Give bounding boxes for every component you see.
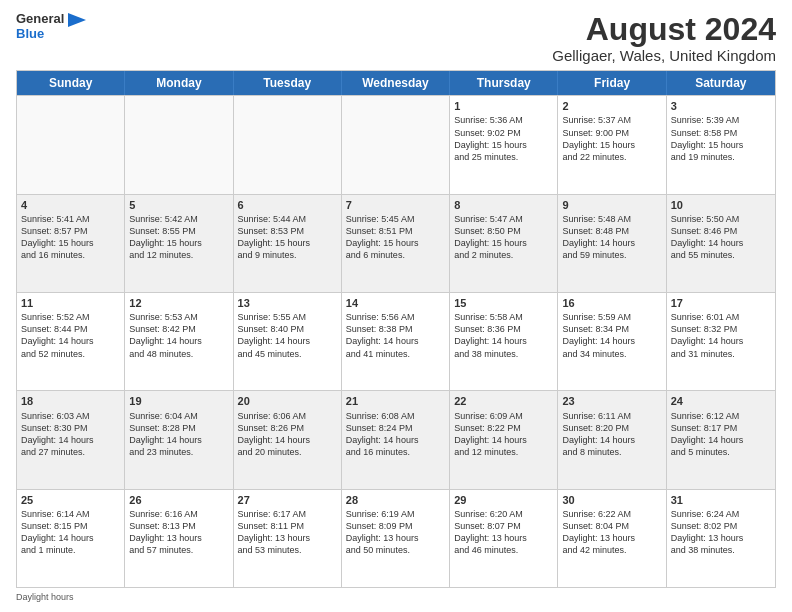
calendar-body: 1Sunrise: 5:36 AM Sunset: 9:02 PM Daylig… (17, 95, 775, 587)
cal-cell-day-21: 21Sunrise: 6:08 AM Sunset: 8:24 PM Dayli… (342, 391, 450, 488)
cell-text-6: Sunrise: 5:44 AM Sunset: 8:53 PM Dayligh… (238, 213, 337, 262)
cell-text-30: Sunrise: 6:22 AM Sunset: 8:04 PM Dayligh… (562, 508, 661, 557)
day-number-14: 14 (346, 296, 445, 310)
cal-header-tuesday: Tuesday (234, 71, 342, 95)
cal-cell-day-28: 28Sunrise: 6:19 AM Sunset: 8:09 PM Dayli… (342, 490, 450, 587)
main-title: August 2024 (552, 12, 776, 47)
cell-text-19: Sunrise: 6:04 AM Sunset: 8:28 PM Dayligh… (129, 410, 228, 459)
day-number-17: 17 (671, 296, 771, 310)
day-number-10: 10 (671, 198, 771, 212)
cal-cell-day-15: 15Sunrise: 5:58 AM Sunset: 8:36 PM Dayli… (450, 293, 558, 390)
cell-text-31: Sunrise: 6:24 AM Sunset: 8:02 PM Dayligh… (671, 508, 771, 557)
cell-text-7: Sunrise: 5:45 AM Sunset: 8:51 PM Dayligh… (346, 213, 445, 262)
day-number-27: 27 (238, 493, 337, 507)
day-number-20: 20 (238, 394, 337, 408)
logo-general: General (16, 12, 86, 27)
cal-header-monday: Monday (125, 71, 233, 95)
cell-text-12: Sunrise: 5:53 AM Sunset: 8:42 PM Dayligh… (129, 311, 228, 360)
subtitle: Gelligaer, Wales, United Kingdom (552, 47, 776, 64)
cal-cell-day-23: 23Sunrise: 6:11 AM Sunset: 8:20 PM Dayli… (558, 391, 666, 488)
day-number-22: 22 (454, 394, 553, 408)
day-number-16: 16 (562, 296, 661, 310)
cell-text-15: Sunrise: 5:58 AM Sunset: 8:36 PM Dayligh… (454, 311, 553, 360)
cal-header-sunday: Sunday (17, 71, 125, 95)
cal-cell-day-6: 6Sunrise: 5:44 AM Sunset: 8:53 PM Daylig… (234, 195, 342, 292)
cell-text-22: Sunrise: 6:09 AM Sunset: 8:22 PM Dayligh… (454, 410, 553, 459)
footer: Daylight hours (16, 592, 776, 602)
cal-cell-day-1: 1Sunrise: 5:36 AM Sunset: 9:02 PM Daylig… (450, 96, 558, 193)
day-number-18: 18 (21, 394, 120, 408)
day-number-2: 2 (562, 99, 661, 113)
day-number-15: 15 (454, 296, 553, 310)
cal-cell-day-12: 12Sunrise: 5:53 AM Sunset: 8:42 PM Dayli… (125, 293, 233, 390)
cal-week-2: 4Sunrise: 5:41 AM Sunset: 8:57 PM Daylig… (17, 194, 775, 292)
cal-cell-day-20: 20Sunrise: 6:06 AM Sunset: 8:26 PM Dayli… (234, 391, 342, 488)
cell-text-29: Sunrise: 6:20 AM Sunset: 8:07 PM Dayligh… (454, 508, 553, 557)
cell-text-25: Sunrise: 6:14 AM Sunset: 8:15 PM Dayligh… (21, 508, 120, 557)
cal-cell-day-14: 14Sunrise: 5:56 AM Sunset: 8:38 PM Dayli… (342, 293, 450, 390)
cal-cell-day-3: 3Sunrise: 5:39 AM Sunset: 8:58 PM Daylig… (667, 96, 775, 193)
cell-text-11: Sunrise: 5:52 AM Sunset: 8:44 PM Dayligh… (21, 311, 120, 360)
cal-cell-day-10: 10Sunrise: 5:50 AM Sunset: 8:46 PM Dayli… (667, 195, 775, 292)
calendar-header: SundayMondayTuesdayWednesdayThursdayFrid… (17, 71, 775, 95)
cal-week-3: 11Sunrise: 5:52 AM Sunset: 8:44 PM Dayli… (17, 292, 775, 390)
cell-text-9: Sunrise: 5:48 AM Sunset: 8:48 PM Dayligh… (562, 213, 661, 262)
cell-text-2: Sunrise: 5:37 AM Sunset: 9:00 PM Dayligh… (562, 114, 661, 163)
logo-blue: Blue (16, 27, 86, 41)
day-number-23: 23 (562, 394, 661, 408)
day-number-29: 29 (454, 493, 553, 507)
day-number-6: 6 (238, 198, 337, 212)
day-number-21: 21 (346, 394, 445, 408)
cell-text-20: Sunrise: 6:06 AM Sunset: 8:26 PM Dayligh… (238, 410, 337, 459)
day-number-28: 28 (346, 493, 445, 507)
cell-text-1: Sunrise: 5:36 AM Sunset: 9:02 PM Dayligh… (454, 114, 553, 163)
cell-text-28: Sunrise: 6:19 AM Sunset: 8:09 PM Dayligh… (346, 508, 445, 557)
day-number-1: 1 (454, 99, 553, 113)
cal-cell-day-18: 18Sunrise: 6:03 AM Sunset: 8:30 PM Dayli… (17, 391, 125, 488)
cal-cell-day-16: 16Sunrise: 5:59 AM Sunset: 8:34 PM Dayli… (558, 293, 666, 390)
cell-text-24: Sunrise: 6:12 AM Sunset: 8:17 PM Dayligh… (671, 410, 771, 459)
day-number-19: 19 (129, 394, 228, 408)
cell-text-4: Sunrise: 5:41 AM Sunset: 8:57 PM Dayligh… (21, 213, 120, 262)
cal-cell-day-7: 7Sunrise: 5:45 AM Sunset: 8:51 PM Daylig… (342, 195, 450, 292)
day-number-26: 26 (129, 493, 228, 507)
day-number-8: 8 (454, 198, 553, 212)
cal-cell-day-26: 26Sunrise: 6:16 AM Sunset: 8:13 PM Dayli… (125, 490, 233, 587)
cal-cell-empty (17, 96, 125, 193)
cal-cell-day-22: 22Sunrise: 6:09 AM Sunset: 8:22 PM Dayli… (450, 391, 558, 488)
cal-cell-day-11: 11Sunrise: 5:52 AM Sunset: 8:44 PM Dayli… (17, 293, 125, 390)
cal-cell-day-4: 4Sunrise: 5:41 AM Sunset: 8:57 PM Daylig… (17, 195, 125, 292)
title-area: August 2024 Gelligaer, Wales, United Kin… (552, 12, 776, 64)
cell-text-26: Sunrise: 6:16 AM Sunset: 8:13 PM Dayligh… (129, 508, 228, 557)
cal-header-wednesday: Wednesday (342, 71, 450, 95)
cal-cell-day-5: 5Sunrise: 5:42 AM Sunset: 8:55 PM Daylig… (125, 195, 233, 292)
cal-header-saturday: Saturday (667, 71, 775, 95)
footer-text: Daylight hours (16, 592, 74, 602)
cal-cell-day-29: 29Sunrise: 6:20 AM Sunset: 8:07 PM Dayli… (450, 490, 558, 587)
cell-text-17: Sunrise: 6:01 AM Sunset: 8:32 PM Dayligh… (671, 311, 771, 360)
cal-week-4: 18Sunrise: 6:03 AM Sunset: 8:30 PM Dayli… (17, 390, 775, 488)
logo: General Blue (16, 12, 86, 41)
cal-cell-day-19: 19Sunrise: 6:04 AM Sunset: 8:28 PM Dayli… (125, 391, 233, 488)
cal-cell-day-27: 27Sunrise: 6:17 AM Sunset: 8:11 PM Dayli… (234, 490, 342, 587)
cal-cell-day-9: 9Sunrise: 5:48 AM Sunset: 8:48 PM Daylig… (558, 195, 666, 292)
cell-text-8: Sunrise: 5:47 AM Sunset: 8:50 PM Dayligh… (454, 213, 553, 262)
cal-cell-day-2: 2Sunrise: 5:37 AM Sunset: 9:00 PM Daylig… (558, 96, 666, 193)
day-number-12: 12 (129, 296, 228, 310)
cell-text-18: Sunrise: 6:03 AM Sunset: 8:30 PM Dayligh… (21, 410, 120, 459)
cell-text-27: Sunrise: 6:17 AM Sunset: 8:11 PM Dayligh… (238, 508, 337, 557)
cal-week-5: 25Sunrise: 6:14 AM Sunset: 8:15 PM Dayli… (17, 489, 775, 587)
cal-header-friday: Friday (558, 71, 666, 95)
page: General Blue August 2024 Gelligaer, Wale… (0, 0, 792, 612)
svg-marker-0 (68, 13, 86, 27)
cal-week-1: 1Sunrise: 5:36 AM Sunset: 9:02 PM Daylig… (17, 95, 775, 193)
day-number-11: 11 (21, 296, 120, 310)
day-number-13: 13 (238, 296, 337, 310)
cell-text-16: Sunrise: 5:59 AM Sunset: 8:34 PM Dayligh… (562, 311, 661, 360)
cell-text-23: Sunrise: 6:11 AM Sunset: 8:20 PM Dayligh… (562, 410, 661, 459)
cal-cell-day-8: 8Sunrise: 5:47 AM Sunset: 8:50 PM Daylig… (450, 195, 558, 292)
day-number-24: 24 (671, 394, 771, 408)
cal-cell-empty (342, 96, 450, 193)
cell-text-14: Sunrise: 5:56 AM Sunset: 8:38 PM Dayligh… (346, 311, 445, 360)
cal-cell-empty (234, 96, 342, 193)
